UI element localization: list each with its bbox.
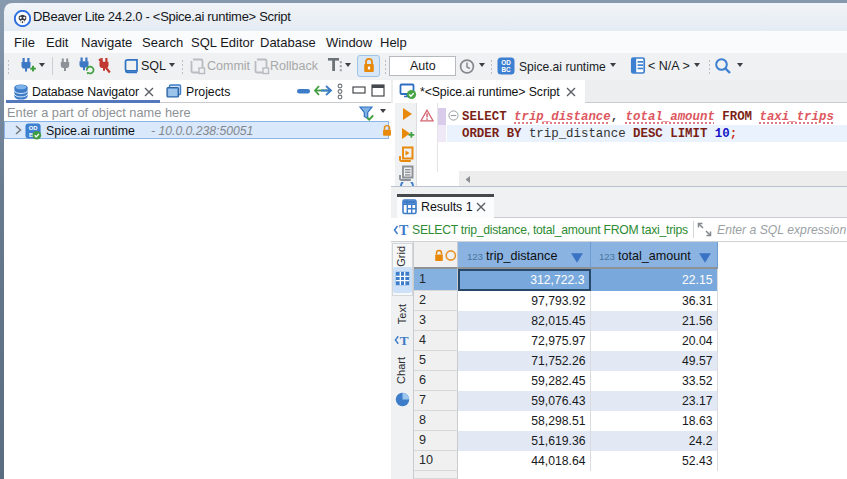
- svg-text:BC: BC: [501, 66, 511, 73]
- svg-text:OD: OD: [29, 125, 38, 131]
- svg-text:OD: OD: [501, 59, 511, 66]
- svg-text:T: T: [400, 333, 409, 348]
- svg-text:T: T: [399, 223, 409, 238]
